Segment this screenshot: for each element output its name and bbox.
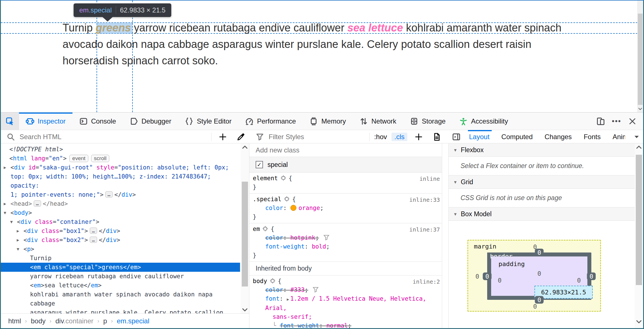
breadcrumb-item-div.container[interactable]: div.container — [55, 317, 93, 325]
devtools-tab-memory[interactable]: Memory — [303, 113, 353, 130]
markup-row[interactable]: <!DOCTYPE html> — [1, 145, 240, 154]
markup-row[interactable]: <html lang="en">eventscroll — [1, 154, 240, 163]
devtools-tab-performance[interactable]: Performance — [238, 113, 303, 130]
css-property-font-weight[interactable]: └ font-weight: normal; — [253, 321, 448, 328]
rule-source-link[interactable]: inline:37 — [409, 225, 440, 234]
scroll-down-icon[interactable] — [241, 306, 249, 313]
collapse-arrow-icon[interactable]: ▼ — [10, 217, 13, 226]
devtools-tab-accessibility[interactable]: Accessibility — [452, 113, 515, 130]
responsive-mode-button[interactable] — [594, 114, 607, 128]
scroll-down-icon[interactable] — [635, 318, 643, 325]
collapsed-ellipsis[interactable]: … — [105, 191, 113, 198]
expand-arrow-icon[interactable]: ▶ — [4, 199, 6, 208]
sidebar-tab-fonts[interactable]: Fonts — [583, 130, 602, 143]
breadcrumb-item-body[interactable]: body — [31, 317, 46, 325]
markup-scrollbar-thumb[interactable] — [242, 182, 248, 286]
rule-selector[interactable]: body — [253, 278, 267, 285]
flexbox-section-header[interactable]: ▼ Flexbox — [449, 143, 643, 157]
devtools-tab-storage[interactable]: Storage — [403, 113, 452, 130]
padding-top-value[interactable]: 0 — [537, 270, 541, 277]
devtools-tab-console[interactable]: Console — [72, 113, 123, 130]
border-bottom-value[interactable]: 0 — [535, 296, 544, 304]
breadcrumb-item-p[interactable]: p — [103, 317, 107, 325]
margin-bottom-value[interactable]: 0 — [533, 303, 537, 310]
markup-row[interactable]: Turnip — [1, 254, 240, 263]
collapse-arrow-icon[interactable]: ▼ — [4, 208, 6, 217]
devtools-tab-network[interactable]: Network — [353, 113, 403, 130]
class-checkbox[interactable]: ✓ — [256, 161, 263, 168]
markup-row[interactable]: yarrow ricebean rutabaga endive cauliflo… — [1, 272, 240, 281]
border-top-value[interactable]: 0 — [535, 249, 544, 256]
sidebar-toggle-icon[interactable] — [452, 133, 461, 141]
devtools-tab-debugger[interactable]: Debugger — [123, 113, 178, 130]
markup-row[interactable]: ▼<div class="container"> — [1, 217, 240, 226]
selector-highlighter-icon[interactable] — [269, 278, 276, 284]
border-right-value[interactable]: 0 — [587, 273, 596, 280]
markup-row[interactable]: ▼<body> — [1, 208, 240, 217]
scroll-up-icon[interactable] — [635, 143, 643, 151]
margin-left-value[interactable]: 0 — [475, 273, 479, 280]
overridden-filter-icon[interactable] — [323, 234, 330, 241]
rule-source-link[interactable]: inline:33 — [409, 196, 440, 204]
node-badge[interactable]: event — [69, 155, 88, 162]
markup-scrollbar[interactable] — [241, 143, 249, 313]
collapsed-ellipsis[interactable]: … — [90, 228, 97, 234]
overridden-filter-icon[interactable] — [312, 286, 319, 293]
padding-right-value[interactable]: 0 — [577, 277, 581, 284]
scroll-up-icon[interactable] — [241, 143, 249, 151]
add-rule-button[interactable] — [412, 130, 425, 144]
scroll-down-icon[interactable] — [637, 105, 643, 112]
boxmodel-section-header[interactable]: ▼ Box Model — [449, 207, 643, 221]
border-left-value[interactable]: 0 — [483, 273, 491, 280]
node-badge[interactable]: scroll — [91, 155, 109, 162]
all-tabs-dropdown-icon[interactable] — [632, 133, 641, 141]
markup-row[interactable]: ▶<div id="saka-gui-root" style="position… — [1, 163, 240, 199]
expand-arrow-icon[interactable]: ▶ — [4, 163, 6, 172]
rule-selector[interactable]: em — [253, 226, 260, 232]
css-property-color[interactable]: color: orange; — [253, 204, 448, 213]
rule-source-link[interactable]: inline:2 — [413, 277, 440, 286]
collapsed-ellipsis[interactable]: … — [34, 200, 41, 207]
close-devtools-button[interactable] — [626, 114, 639, 128]
layout-scrollbar-thumb[interactable] — [636, 155, 642, 285]
add-node-button[interactable] — [216, 130, 230, 144]
css-property-font-weight[interactable]: font-weight: bold; — [253, 242, 448, 251]
expand-arrow-icon[interactable]: ▶ — [17, 235, 19, 245]
selector-highlighter-icon[interactable] — [262, 226, 268, 232]
markup-row[interactable]: ▶<head>…</head> — [1, 199, 240, 208]
breadcrumb-item-html[interactable]: html — [8, 317, 21, 325]
page-scrollbar-thumb[interactable] — [638, 14, 643, 105]
css-property-font[interactable]: font: ▶1.2em / 1.5 Helvetica Neue, Helve… — [253, 294, 448, 321]
element-picker-button[interactable] — [1, 113, 19, 130]
class-panel-button[interactable]: .cls — [391, 133, 407, 141]
sidebar-tab-computed[interactable]: Computed — [500, 130, 534, 143]
breadcrumb-item-em.special[interactable]: em.special — [117, 317, 149, 325]
css-property-color[interactable]: color: hotpink; — [253, 234, 448, 242]
page-scrollbar[interactable] — [637, 1, 643, 112]
markup-row[interactable]: <em>sea lettuce</em> — [1, 281, 240, 290]
filter-styles-input[interactable]: Filter Styles — [269, 133, 365, 141]
expand-longhand-icon[interactable]: ▶ — [287, 297, 289, 302]
search-html-input[interactable]: Search HTML — [20, 133, 207, 141]
sidebar-tab-changes[interactable]: Changes — [544, 130, 573, 143]
markup-row[interactable]: ▼<p> — [1, 245, 240, 254]
collapse-arrow-icon[interactable]: ▼ — [17, 245, 19, 254]
eyedropper-button[interactable] — [234, 130, 248, 144]
print-media-button[interactable] — [430, 130, 444, 144]
markup-row[interactable]: ▶<div class="box2">…</div> — [1, 235, 240, 245]
markup-row[interactable]: ▶<div class="box1">…</div> — [1, 226, 240, 235]
devtools-tab-inspector[interactable]: Inspector — [19, 113, 72, 130]
collapsed-ellipsis[interactable]: … — [90, 237, 97, 243]
add-new-class-input[interactable]: Add new class — [256, 146, 299, 154]
meatball-menu-button[interactable]: ••• — [610, 114, 623, 128]
class-toggle-label[interactable]: special — [268, 161, 288, 169]
rule-selector[interactable]: .special — [253, 196, 281, 203]
rule-selector[interactable]: element — [253, 175, 278, 182]
devtools-tab-style-editor[interactable]: Style Editor — [178, 113, 238, 130]
markup-row-selected[interactable]: <em class="special">greens</em> — [1, 263, 240, 272]
expand-arrow-icon[interactable]: ▶ — [17, 226, 19, 235]
sidebar-tab-animati[interactable]: Animati — [611, 130, 625, 143]
sidebar-tab-layout[interactable]: Layout — [468, 130, 491, 143]
grid-section-header[interactable]: ▼ Grid — [449, 175, 643, 189]
pseudo-class-button[interactable]: :hov — [374, 133, 387, 141]
